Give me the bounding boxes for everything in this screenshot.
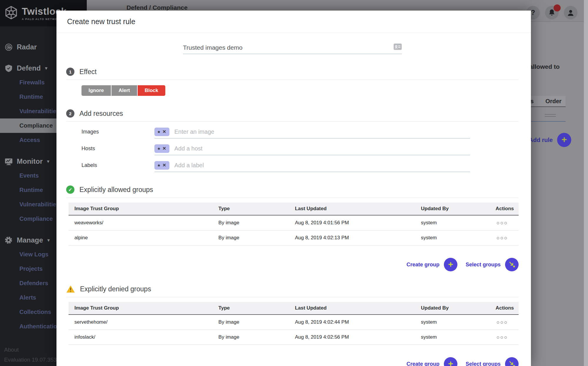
- app-screen: Defend / Compliance ? ◀ allowed to ns Or…: [0, 0, 588, 366]
- effect-title: Effect: [79, 68, 96, 76]
- by-cell: system: [415, 230, 478, 245]
- table-row: alpine By image Aug 8, 2019 4:02:13 PM s…: [69, 230, 519, 245]
- effect-section-head: 1 Effect: [66, 68, 519, 76]
- group-cell: weaveworks/: [69, 215, 213, 230]
- nav-label: Manage: [17, 236, 43, 244]
- images-field: * ✕: [154, 128, 470, 138]
- select-groups-button[interactable]: Select groups: [466, 357, 519, 366]
- remove-icon[interactable]: ✕: [162, 163, 166, 168]
- background-text-fragment: allowed to: [529, 63, 560, 70]
- hosts-input[interactable]: [174, 145, 470, 152]
- hosts-field: * ✕: [154, 144, 470, 155]
- drag-handle-icon[interactable]: [545, 114, 556, 118]
- scrollbar[interactable]: [584, 0, 588, 366]
- create-group-button[interactable]: Create group +: [407, 357, 457, 366]
- breadcrumb: Defend / Compliance: [126, 4, 188, 11]
- images-row: Images * ✕: [81, 128, 470, 138]
- denied-section-head: Explicitly denied groups: [66, 285, 519, 293]
- updated-cell: Aug 8, 2019 4:02:44 PM: [289, 315, 415, 330]
- plus-icon: +: [444, 258, 457, 271]
- rule-name-input[interactable]: [183, 44, 390, 51]
- modal-body: 1 Effect Ignore Alert Block 2 Add resour…: [56, 44, 531, 366]
- chevron-down-icon: ▾: [45, 66, 47, 71]
- remove-icon[interactable]: ✕: [162, 146, 166, 151]
- effect-alert-button[interactable]: Alert: [111, 85, 138, 96]
- notifications-button[interactable]: [545, 6, 559, 19]
- nav-label: Monitor: [17, 157, 43, 166]
- divider: [66, 198, 519, 198]
- row-actions-menu[interactable]: [497, 321, 507, 324]
- user-button[interactable]: [564, 6, 577, 19]
- by-cell: system: [415, 215, 478, 230]
- labels-row: Labels * ✕: [81, 161, 470, 172]
- step-2-badge: 2: [66, 109, 74, 118]
- denied-groups-table: Image Trust Group Type Last Updated Upda…: [69, 302, 519, 345]
- table-header-row: Image Trust Group Type Last Updated Upda…: [69, 203, 519, 215]
- column-header: Actions: [478, 302, 519, 315]
- contact-card-icon: [394, 44, 402, 51]
- select-groups-button[interactable]: Select groups: [466, 258, 519, 271]
- group-cell: servethehome/: [69, 315, 213, 330]
- column-header: Type: [213, 203, 289, 215]
- type-cell: By image: [213, 215, 289, 230]
- column-header: Updated By: [415, 302, 478, 315]
- wildcard-value: *: [158, 148, 160, 151]
- sidebar-footer: About Evaluation 19.07.353: [4, 347, 57, 363]
- add-rule-label: Add rule: [529, 137, 553, 143]
- create-group-button[interactable]: Create group +: [407, 258, 457, 271]
- add-rule-button[interactable]: Add rule +: [529, 133, 571, 147]
- modal-header: Create new trust rule: [56, 11, 531, 33]
- type-cell: By image: [213, 315, 289, 330]
- nav-label: Defend: [17, 64, 41, 72]
- column-header: Updated By: [415, 203, 478, 215]
- monitor-icon: [4, 158, 13, 165]
- wildcard-chip[interactable]: * ✕: [154, 128, 169, 136]
- column-header: Image Trust Group: [69, 302, 213, 315]
- wildcard-chip[interactable]: * ✕: [154, 144, 169, 153]
- effect-ignore-button[interactable]: Ignore: [81, 85, 111, 96]
- updated-cell: Aug 8, 2019 4:02:56 PM: [289, 330, 415, 345]
- effect-block-button[interactable]: Block: [138, 85, 165, 96]
- modal-title: Create new trust rule: [67, 17, 135, 26]
- group-cell: alpine: [69, 230, 213, 245]
- hosts-row: Hosts * ✕: [81, 144, 470, 155]
- arrow-select-icon: [505, 357, 519, 366]
- allowed-groups-table: Image Trust Group Type Last Updated Upda…: [69, 203, 519, 245]
- divider: [66, 297, 519, 297]
- resources-section-head: 2 Add resources: [66, 109, 519, 118]
- column-header: Type: [213, 302, 289, 315]
- about-link[interactable]: About: [4, 347, 57, 353]
- table-header-row: Image Trust Group Type Last Updated Upda…: [69, 302, 519, 315]
- allowed-group-actions: Create group + Select groups: [66, 258, 519, 271]
- resources-title: Add resources: [79, 110, 123, 118]
- denied-group-actions: Create group + Select groups: [66, 357, 519, 366]
- row-actions-menu[interactable]: [497, 222, 507, 224]
- arrow-select-icon: [505, 258, 519, 271]
- rule-name-field: [183, 44, 402, 54]
- divider: [66, 121, 519, 122]
- updated-cell: Aug 8, 2019 4:02:13 PM: [289, 230, 415, 245]
- twistlock-logo-icon: [4, 5, 19, 21]
- effect-segmented-control: Ignore Alert Block: [81, 85, 165, 96]
- topbar-icons: ?: [526, 6, 577, 19]
- wildcard-value: *: [158, 131, 160, 134]
- labels-input[interactable]: [174, 162, 470, 169]
- notification-dot: [554, 4, 561, 11]
- remove-icon[interactable]: ✕: [162, 129, 166, 134]
- images-label: Images: [81, 129, 154, 138]
- labels-field: * ✕: [154, 161, 470, 172]
- labels-label: Labels: [81, 162, 154, 172]
- column-header: Last Updated: [289, 203, 415, 215]
- images-input[interactable]: [174, 128, 470, 135]
- divider: [66, 80, 519, 80]
- row-actions-menu[interactable]: [497, 336, 507, 339]
- shield-icon: [4, 64, 13, 72]
- user-icon: [567, 9, 574, 16]
- row-actions-menu[interactable]: [497, 237, 507, 239]
- wildcard-chip[interactable]: * ✕: [154, 161, 169, 170]
- wildcard-value: *: [158, 165, 160, 168]
- check-circle-icon: ✓: [66, 185, 74, 194]
- table-row: servethehome/ By image Aug 8, 2019 4:02:…: [69, 315, 519, 330]
- type-cell: By image: [213, 330, 289, 345]
- step-1-badge: 1: [66, 68, 74, 76]
